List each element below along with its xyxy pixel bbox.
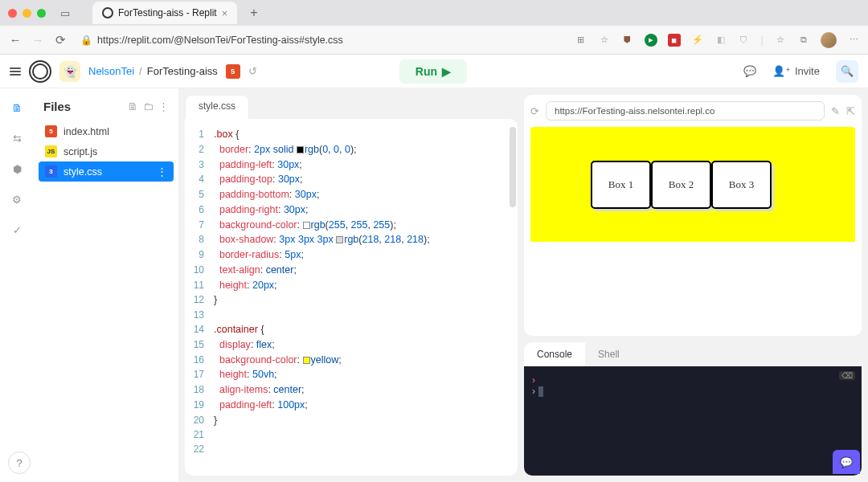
profile-avatar[interactable] xyxy=(821,32,837,48)
code-line[interactable]: 5 padding-bottom: 30px; xyxy=(185,187,518,202)
code-line[interactable]: 8 box-shadow: 3px 3px 3px rgb(218, 218, … xyxy=(185,232,518,247)
new-folder-icon[interactable]: 🗀 xyxy=(143,100,154,112)
code-line[interactable]: 17 height: 50vh; xyxy=(185,367,518,382)
console-clear-icon[interactable]: ⌫ xyxy=(839,371,855,380)
editor-tab-stylecss[interactable]: style.css xyxy=(185,95,249,119)
code-line[interactable]: 10 text-align: center; xyxy=(185,263,518,278)
check-rail-icon[interactable]: ✓ xyxy=(9,222,25,238)
tab-console[interactable]: Console xyxy=(524,342,585,366)
code-content: } xyxy=(214,292,217,308)
editor-scrollbar[interactable] xyxy=(510,127,516,207)
breadcrumb: NelsonTei / ForTesting-aiss xyxy=(88,65,218,77)
preview-reload-icon[interactable]: ⟳ xyxy=(530,105,539,117)
close-window-icon[interactable] xyxy=(8,9,17,18)
code-line[interactable]: 6 padding-right: 30px; xyxy=(185,202,518,218)
line-number: 17 xyxy=(185,367,214,382)
gray-ext-icon[interactable]: ◧ xyxy=(714,34,727,47)
maximize-window-icon[interactable] xyxy=(37,9,46,18)
invite-button[interactable]: 👤⁺ Invite xyxy=(764,61,828,81)
run-button[interactable]: Run ▶ xyxy=(399,59,467,84)
files-header: Files 🗎 🗀 ⋮ xyxy=(34,96,178,121)
line-number: 3 xyxy=(185,157,214,173)
code-content: background-color: yellow; xyxy=(214,353,342,368)
file-item-style-css[interactable]: 3style.css⋮ xyxy=(39,161,174,182)
tab-shell[interactable]: Shell xyxy=(585,342,633,366)
intercom-chat-button[interactable]: 💬 xyxy=(833,450,860,474)
collections-icon[interactable]: ⧉ xyxy=(797,34,810,47)
history-icon[interactable]: ↺ xyxy=(248,65,257,77)
hamburger-icon[interactable] xyxy=(10,67,21,76)
code-line[interactable]: 13 xyxy=(185,308,518,322)
packages-rail-icon[interactable]: ⬢ xyxy=(9,161,25,177)
console-tabs: Console Shell xyxy=(524,342,862,366)
vcs-rail-icon[interactable]: ⇆ xyxy=(9,130,25,146)
files-rail-icon[interactable]: 🗎 xyxy=(9,100,25,116)
code-line[interactable]: 11 height: 20px; xyxy=(185,278,518,293)
code-content: padding-left: 100px; xyxy=(214,398,308,413)
preview-url[interactable]: https://ForTesting-aiss.nelsontei.repl.c… xyxy=(546,101,825,120)
green-ext-icon[interactable]: ▸ xyxy=(645,34,657,47)
code-line[interactable]: 3 padding-left: 30px; xyxy=(185,157,518,173)
code-content: text-align: center; xyxy=(214,263,297,278)
new-file-icon[interactable]: 🗎 xyxy=(128,100,138,112)
shield-ext-icon[interactable]: ⛉ xyxy=(738,34,751,47)
code-line[interactable]: 12} xyxy=(185,292,518,308)
breadcrumb-user[interactable]: NelsonTei xyxy=(88,65,134,77)
chat-icon[interactable]: 💬 xyxy=(743,65,756,77)
console-body[interactable]: › › ⌫ xyxy=(524,366,862,476)
more-icon[interactable]: ⋯ xyxy=(847,34,860,47)
breadcrumb-project[interactable]: ForTesting-aiss xyxy=(147,65,218,77)
run-label: Run xyxy=(416,65,437,78)
code-line[interactable]: 18 align-items: center; xyxy=(185,382,518,398)
preview-open-icon[interactable]: ⇱ xyxy=(846,105,855,117)
code-line[interactable]: 2 border: 2px solid rgb(0, 0, 0); xyxy=(185,142,518,157)
code-line[interactable]: 1.box { xyxy=(185,127,518,142)
browser-tab[interactable]: ForTesting-aiss - Replit × xyxy=(92,2,237,24)
code-line[interactable]: 7 background-color: rgb(255, 255, 255); xyxy=(185,218,518,233)
file-more-icon[interactable]: ⋮ xyxy=(157,165,167,178)
minimize-window-icon[interactable] xyxy=(23,9,31,18)
code-line[interactable]: 14.container { xyxy=(185,322,518,337)
extensions-icon[interactable]: ⊞ xyxy=(575,34,588,47)
code-line[interactable]: 19 padding-left: 100px; xyxy=(185,398,518,413)
file-type-icon: 3 xyxy=(45,165,57,178)
code-content: height: 20px; xyxy=(214,278,277,293)
red-ext-icon[interactable]: ■ xyxy=(668,34,681,47)
close-tab-icon[interactable]: × xyxy=(222,7,228,19)
files-more-icon[interactable]: ⋮ xyxy=(158,100,169,112)
preview-canvas: Box 1 Box 2 Box 3 xyxy=(530,127,855,329)
files-title: Files xyxy=(43,100,71,113)
code-editor[interactable]: 1.box {2 border: 2px solid rgb(0, 0, 0);… xyxy=(185,119,518,476)
bookmark-icon[interactable]: ☆ xyxy=(774,34,787,47)
editor-area: style.css 1.box {2 border: 2px solid rgb… xyxy=(185,95,518,476)
star-icon[interactable]: ☆ xyxy=(598,34,611,47)
replit-logo-icon[interactable] xyxy=(29,60,51,83)
settings-rail-icon[interactable]: ⚙ xyxy=(9,191,25,207)
hacker-badge-icon[interactable]: 👻 xyxy=(59,61,80,82)
line-number: 13 xyxy=(185,308,214,322)
address-bar[interactable]: 🔒 https://replit.com/@NelsonTei/ForTesti… xyxy=(76,32,493,48)
file-item-index-html[interactable]: 5index.html xyxy=(34,121,178,141)
file-item-script-js[interactable]: JSscript.js xyxy=(34,141,178,161)
reload-icon[interactable]: ⟳ xyxy=(53,33,68,47)
line-number: 6 xyxy=(185,202,214,218)
search-button[interactable]: 🔍 xyxy=(836,60,858,83)
new-tab-icon[interactable]: + xyxy=(250,6,257,20)
code-line[interactable]: 20} xyxy=(185,413,518,428)
help-button[interactable]: ? xyxy=(8,451,31,474)
sidebar-toggle-icon[interactable]: ▭ xyxy=(60,7,70,19)
code-line[interactable]: 9 border-radius: 5px; xyxy=(185,247,518,263)
back-icon[interactable]: ← xyxy=(8,33,23,47)
line-number: 4 xyxy=(185,172,214,187)
code-line[interactable]: 21 xyxy=(185,427,518,442)
code-line[interactable]: 15 display: flex; xyxy=(185,337,518,353)
preview-edit-icon[interactable]: ✎ xyxy=(831,105,840,117)
ublock-icon[interactable]: ⛊ xyxy=(621,34,634,47)
code-line[interactable]: 4 padding-top: 30px; xyxy=(185,172,518,187)
blue-ext-icon[interactable]: ⚡ xyxy=(691,34,704,47)
search-icon: 🔍 xyxy=(841,65,854,77)
line-number: 9 xyxy=(185,247,214,263)
preview-box-2: Box 2 xyxy=(651,161,711,209)
code-line[interactable]: 22 xyxy=(185,442,518,456)
code-line[interactable]: 16 background-color: yellow; xyxy=(185,353,518,368)
